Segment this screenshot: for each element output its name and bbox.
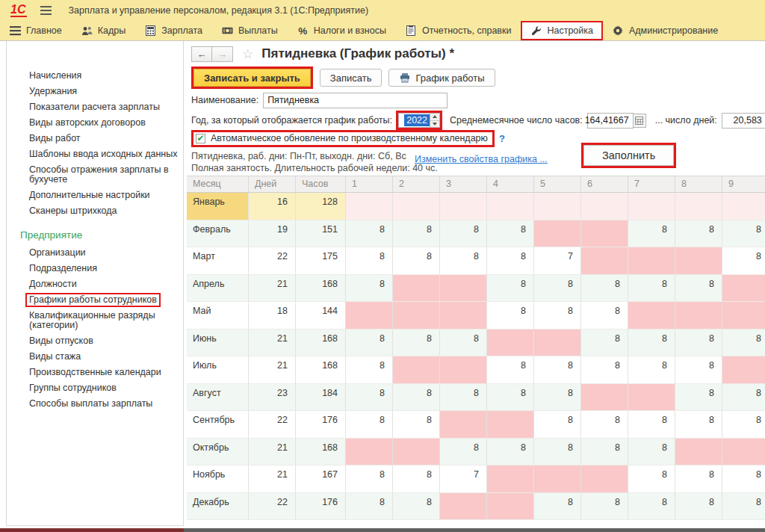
day-cell[interactable] — [393, 439, 440, 466]
day-cell[interactable] — [487, 466, 534, 493]
sidebar-item[interactable]: Должности — [7, 276, 183, 292]
day-cell[interactable]: 8 — [675, 220, 722, 248]
day-cell[interactable]: 8 — [722, 330, 765, 357]
fill-button[interactable]: Заполнить — [583, 145, 674, 166]
sidebar-item[interactable]: Дополнительные настройки — [7, 188, 183, 203]
menu-tab-6[interactable]: Отчетность, справки — [396, 21, 521, 40]
day-cell[interactable]: 8 — [440, 330, 487, 357]
day-cell[interactable] — [628, 247, 675, 275]
day-cell[interactable]: 8 — [628, 220, 675, 248]
days-cell[interactable]: 23 — [249, 384, 296, 412]
sidebar-item[interactable]: Виды работ — [7, 131, 183, 146]
auto-update-checkbox[interactable]: ✔ — [196, 134, 205, 143]
days-cell[interactable]: 16 — [249, 193, 296, 220]
day-cell[interactable]: 8 — [722, 247, 765, 275]
print-schedule-button[interactable]: График работы — [388, 69, 495, 87]
day-cell[interactable] — [581, 466, 628, 493]
help-link[interactable]: ? — [499, 133, 505, 144]
month-cell[interactable]: Октябрь — [187, 439, 249, 466]
sidebar-item[interactable]: Удержания — [7, 84, 183, 99]
day-cell[interactable]: 8 — [722, 220, 765, 248]
day-cell[interactable]: 8 — [628, 330, 675, 357]
day-cell[interactable] — [487, 493, 534, 521]
days-cell[interactable]: 22 — [249, 493, 296, 521]
day-cell[interactable] — [722, 275, 765, 303]
month-cell[interactable]: Декабрь — [187, 493, 249, 521]
day-cell[interactable] — [675, 247, 722, 275]
day-cell[interactable] — [675, 439, 722, 466]
day-cell[interactable] — [440, 356, 487, 384]
day-cell[interactable] — [440, 275, 487, 303]
day-cell[interactable]: 8 — [534, 275, 581, 303]
day-cell[interactable]: 8 — [393, 384, 440, 412]
day-cell[interactable] — [393, 302, 440, 330]
day-cell[interactable] — [581, 384, 628, 412]
day-cell[interactable]: 8 — [346, 411, 393, 439]
day-cell[interactable] — [722, 439, 765, 466]
days-cell[interactable]: 22 — [249, 411, 296, 439]
day-cell[interactable]: 8 — [534, 302, 581, 330]
sidebar-item[interactable]: Группы сотрудников — [7, 380, 183, 396]
day-cell[interactable] — [393, 275, 440, 303]
day-cell[interactable]: 8 — [722, 466, 765, 493]
day-cell[interactable]: 8 — [722, 411, 765, 439]
day-cell[interactable] — [534, 193, 581, 220]
day-cell[interactable] — [534, 466, 581, 493]
days-cell[interactable]: 22 — [249, 247, 296, 275]
hours-cell[interactable]: 176 — [296, 411, 346, 439]
hours-cell[interactable]: 168 — [296, 275, 346, 303]
sidebar-item[interactable]: Способы выплаты зарплаты — [7, 396, 183, 412]
month-cell[interactable]: Февраль — [187, 220, 249, 248]
day-cell[interactable]: 8 — [534, 493, 581, 521]
hours-cell[interactable]: 184 — [296, 384, 346, 412]
day-cell[interactable]: 7 — [534, 247, 581, 275]
day-cell[interactable]: 8 — [440, 439, 487, 466]
day-cell[interactable] — [534, 330, 581, 357]
favorite-star-icon[interactable]: ☆ — [242, 46, 253, 62]
day-cell[interactable]: 8 — [346, 466, 393, 493]
menu-tab-8[interactable]: Администрирование — [603, 21, 728, 40]
day-cell[interactable] — [487, 411, 534, 439]
day-cell[interactable] — [722, 193, 765, 220]
day-cell[interactable]: 8 — [440, 220, 487, 248]
menu-tab-7[interactable]: Настройка — [521, 21, 603, 40]
day-cell[interactable]: 8 — [393, 493, 440, 521]
day-cell[interactable]: 8 — [581, 439, 628, 466]
day-cell[interactable]: 8 — [440, 384, 487, 412]
day-cell[interactable] — [440, 193, 487, 220]
hours-cell[interactable]: 168 — [296, 356, 346, 384]
day-cell[interactable]: 8 — [581, 275, 628, 303]
sidebar-item[interactable]: Сканеры штрихкода — [7, 203, 183, 219]
day-cell[interactable]: 8 — [487, 384, 534, 412]
day-cell[interactable] — [393, 193, 440, 220]
back-button[interactable]: ← — [191, 46, 212, 62]
month-cell[interactable]: Июнь — [187, 330, 249, 357]
month-cell[interactable]: Ноябрь — [187, 466, 249, 493]
day-cell[interactable]: 8 — [487, 356, 534, 384]
sidebar-item[interactable]: Производственные календари — [7, 365, 183, 380]
year-input[interactable]: 2022 — [398, 113, 430, 128]
edit-properties-link[interactable]: Изменить свойства графика ... — [415, 154, 548, 164]
day-cell[interactable]: 8 — [581, 411, 628, 439]
sidebar-item[interactable]: Квалификационные разряды (категории) — [7, 308, 183, 333]
hours-cell[interactable]: 144 — [296, 302, 346, 330]
day-cell[interactable]: 8 — [346, 275, 393, 303]
menu-tab-2[interactable]: Кадры — [72, 21, 135, 40]
column-header[interactable]: 7 — [628, 176, 675, 193]
sidebar-item[interactable]: Способы отражения зарплаты в бухучете — [7, 162, 183, 188]
day-cell[interactable]: 8 — [534, 384, 581, 412]
save-and-close-button[interactable]: Записать и закрыть — [193, 69, 311, 87]
hours-cell[interactable]: 167 — [296, 466, 346, 493]
day-cell[interactable]: 8 — [346, 356, 393, 384]
days-cell[interactable]: 21 — [249, 439, 296, 466]
day-cell[interactable]: 8 — [628, 466, 675, 493]
hours-cell[interactable]: 176 — [296, 493, 346, 521]
month-cell[interactable]: Август — [187, 384, 249, 412]
day-cell[interactable]: 8 — [346, 493, 393, 521]
day-cell[interactable]: 8 — [581, 356, 628, 384]
hours-cell[interactable]: 168 — [296, 439, 346, 466]
day-cell[interactable]: 8 — [675, 384, 722, 412]
main-menu-icon[interactable] — [40, 6, 52, 15]
month-cell[interactable]: Июль — [187, 356, 249, 384]
menu-tab-1[interactable]: Главное — [0, 21, 72, 40]
